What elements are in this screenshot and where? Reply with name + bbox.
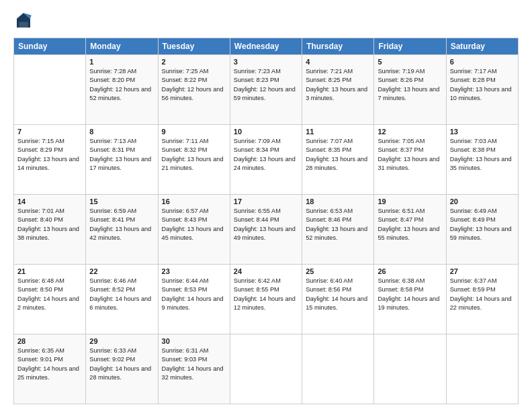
- day-number: 15: [89, 197, 154, 205]
- sunset-text: Sunset: 9:01 PM: [17, 356, 63, 363]
- sunrise-text: Sunrise: 7:21 AM: [306, 68, 353, 75]
- day-info: Sunrise: 7:01 AM Sunset: 8:40 PM Dayligh…: [17, 207, 82, 242]
- sunset-text: Sunset: 8:25 PM: [306, 77, 351, 83]
- sunrise-text: Sunrise: 6:53 AM: [306, 208, 353, 214]
- day-info: Sunrise: 7:21 AM Sunset: 8:25 PM Dayligh…: [306, 67, 370, 103]
- sunset-text: Sunset: 8:49 PM: [450, 216, 496, 223]
- daylight-text: Daylight: 14 hours and 19 minutes.: [378, 295, 439, 311]
- sunrise-text: Sunrise: 7:23 AM: [234, 68, 281, 75]
- calendar-week-2: 7 Sunrise: 7:15 AM Sunset: 8:29 PM Dayli…: [14, 125, 519, 195]
- day-info: Sunrise: 6:46 AM Sunset: 8:52 PM Dayligh…: [89, 277, 154, 312]
- sunrise-text: Sunrise: 6:33 AM: [89, 347, 136, 354]
- sunrise-text: Sunrise: 7:01 AM: [17, 208, 64, 214]
- calendar-cell: 2 Sunrise: 7:25 AM Sunset: 8:22 PM Dayli…: [158, 55, 230, 125]
- calendar-cell: 11 Sunrise: 7:07 AM Sunset: 8:35 PM Dayl…: [302, 125, 374, 195]
- calendar-cell: 16 Sunrise: 6:57 AM Sunset: 8:43 PM Dayl…: [158, 195, 230, 265]
- day-number: 14: [17, 197, 82, 205]
- day-info: Sunrise: 6:51 AM Sunset: 8:47 PM Dayligh…: [378, 207, 442, 242]
- sunset-text: Sunset: 8:28 PM: [450, 77, 496, 83]
- daylight-text: Daylight: 12 hours and 56 minutes.: [162, 86, 224, 101]
- daylight-text: Daylight: 13 hours and 35 minutes.: [450, 156, 512, 171]
- sunrise-text: Sunrise: 7:05 AM: [378, 138, 425, 144]
- logo: [13, 11, 36, 31]
- day-number: 29: [89, 337, 154, 345]
- sunrise-text: Sunrise: 7:13 AM: [89, 138, 136, 144]
- sunrise-text: Sunrise: 6:31 AM: [162, 347, 209, 354]
- weekday-header-row: SundayMondayTuesdayWednesdayThursdayFrid…: [14, 38, 519, 55]
- daylight-text: Daylight: 13 hours and 52 minutes.: [306, 226, 367, 241]
- sunrise-text: Sunrise: 6:55 AM: [234, 208, 281, 214]
- sunset-text: Sunset: 8:26 PM: [378, 77, 423, 83]
- day-info: Sunrise: 6:48 AM Sunset: 8:50 PM Dayligh…: [17, 277, 82, 312]
- calendar-cell: 1 Sunrise: 7:28 AM Sunset: 8:20 PM Dayli…: [86, 55, 158, 125]
- day-number: 1: [89, 58, 154, 66]
- daylight-text: Daylight: 14 hours and 9 minutes.: [162, 295, 224, 311]
- header: [13, 11, 519, 31]
- day-number: 2: [162, 58, 226, 66]
- sunset-text: Sunset: 8:44 PM: [234, 216, 279, 223]
- day-number: 27: [450, 267, 515, 275]
- day-info: Sunrise: 7:28 AM Sunset: 8:20 PM Dayligh…: [89, 67, 154, 103]
- sunset-text: Sunset: 8:20 PM: [89, 77, 135, 83]
- sunset-text: Sunset: 8:38 PM: [450, 146, 496, 153]
- daylight-text: Daylight: 14 hours and 15 minutes.: [306, 295, 367, 311]
- day-info: Sunrise: 7:05 AM Sunset: 8:37 PM Dayligh…: [378, 137, 442, 173]
- sunset-text: Sunset: 8:31 PM: [89, 146, 135, 153]
- sunset-text: Sunset: 8:35 PM: [306, 146, 351, 153]
- page: SundayMondayTuesdayWednesdayThursdayFrid…: [0, 0, 532, 411]
- day-info: Sunrise: 7:13 AM Sunset: 8:31 PM Dayligh…: [89, 137, 154, 173]
- calendar-cell: 14 Sunrise: 7:01 AM Sunset: 8:40 PM Dayl…: [14, 195, 86, 265]
- day-info: Sunrise: 6:40 AM Sunset: 8:56 PM Dayligh…: [306, 277, 370, 312]
- calendar-week-4: 21 Sunrise: 6:48 AM Sunset: 8:50 PM Dayl…: [14, 265, 519, 334]
- sunrise-text: Sunrise: 7:07 AM: [306, 138, 353, 144]
- day-number: 4: [306, 58, 370, 66]
- day-info: Sunrise: 7:11 AM Sunset: 8:32 PM Dayligh…: [162, 137, 226, 173]
- sunset-text: Sunset: 8:46 PM: [306, 216, 351, 223]
- sunset-text: Sunset: 8:23 PM: [234, 77, 279, 83]
- daylight-text: Daylight: 13 hours and 45 minutes.: [162, 226, 224, 241]
- daylight-text: Daylight: 14 hours and 28 minutes.: [89, 365, 151, 381]
- weekday-header-friday: Friday: [374, 38, 446, 55]
- day-number: 17: [234, 197, 298, 205]
- day-number: 6: [450, 58, 515, 66]
- daylight-text: Daylight: 14 hours and 2 minutes.: [17, 295, 79, 311]
- day-number: 11: [306, 128, 370, 136]
- daylight-text: Daylight: 14 hours and 22 minutes.: [450, 295, 512, 311]
- calendar-cell: [14, 55, 86, 125]
- day-number: 10: [234, 128, 298, 136]
- sunset-text: Sunset: 8:58 PM: [378, 286, 423, 293]
- daylight-text: Daylight: 13 hours and 7 minutes.: [378, 86, 439, 101]
- day-info: Sunrise: 7:25 AM Sunset: 8:22 PM Dayligh…: [162, 67, 226, 103]
- sunrise-text: Sunrise: 7:09 AM: [234, 138, 281, 144]
- sunset-text: Sunset: 8:43 PM: [162, 216, 208, 223]
- calendar-cell: 5 Sunrise: 7:19 AM Sunset: 8:26 PM Dayli…: [374, 55, 446, 125]
- calendar-cell: 15 Sunrise: 6:59 AM Sunset: 8:41 PM Dayl…: [86, 195, 158, 265]
- weekday-header-tuesday: Tuesday: [158, 38, 230, 55]
- day-number: 20: [450, 197, 515, 205]
- sunset-text: Sunset: 8:37 PM: [378, 146, 423, 153]
- daylight-text: Daylight: 13 hours and 55 minutes.: [378, 226, 439, 241]
- day-number: 8: [89, 128, 154, 136]
- calendar-table: SundayMondayTuesdayWednesdayThursdayFrid…: [13, 38, 519, 404]
- calendar-cell: 9 Sunrise: 7:11 AM Sunset: 8:32 PM Dayli…: [158, 125, 230, 195]
- day-info: Sunrise: 6:38 AM Sunset: 8:58 PM Dayligh…: [378, 277, 442, 312]
- calendar-cell: 6 Sunrise: 7:17 AM Sunset: 8:28 PM Dayli…: [446, 55, 518, 125]
- daylight-text: Daylight: 13 hours and 21 minutes.: [162, 156, 224, 171]
- sunset-text: Sunset: 8:41 PM: [89, 216, 135, 223]
- day-info: Sunrise: 7:15 AM Sunset: 8:29 PM Dayligh…: [17, 137, 82, 173]
- daylight-text: Daylight: 14 hours and 32 minutes.: [162, 365, 224, 381]
- sunset-text: Sunset: 8:59 PM: [450, 286, 496, 293]
- day-number: 19: [378, 197, 442, 205]
- day-info: Sunrise: 7:17 AM Sunset: 8:28 PM Dayligh…: [450, 67, 515, 103]
- calendar-cell: 19 Sunrise: 6:51 AM Sunset: 8:47 PM Dayl…: [374, 195, 446, 265]
- calendar-week-1: 1 Sunrise: 7:28 AM Sunset: 8:20 PM Dayli…: [14, 55, 519, 125]
- day-info: Sunrise: 6:37 AM Sunset: 8:59 PM Dayligh…: [450, 277, 515, 312]
- sunrise-text: Sunrise: 6:48 AM: [17, 277, 64, 284]
- svg-rect-2: [19, 22, 28, 28]
- calendar-cell: [446, 334, 518, 404]
- weekday-header-sunday: Sunday: [14, 38, 86, 55]
- calendar-cell: 3 Sunrise: 7:23 AM Sunset: 8:23 PM Dayli…: [230, 55, 302, 125]
- daylight-text: Daylight: 13 hours and 28 minutes.: [306, 156, 367, 171]
- calendar-cell: 10 Sunrise: 7:09 AM Sunset: 8:34 PM Dayl…: [230, 125, 302, 195]
- day-number: 5: [378, 58, 442, 66]
